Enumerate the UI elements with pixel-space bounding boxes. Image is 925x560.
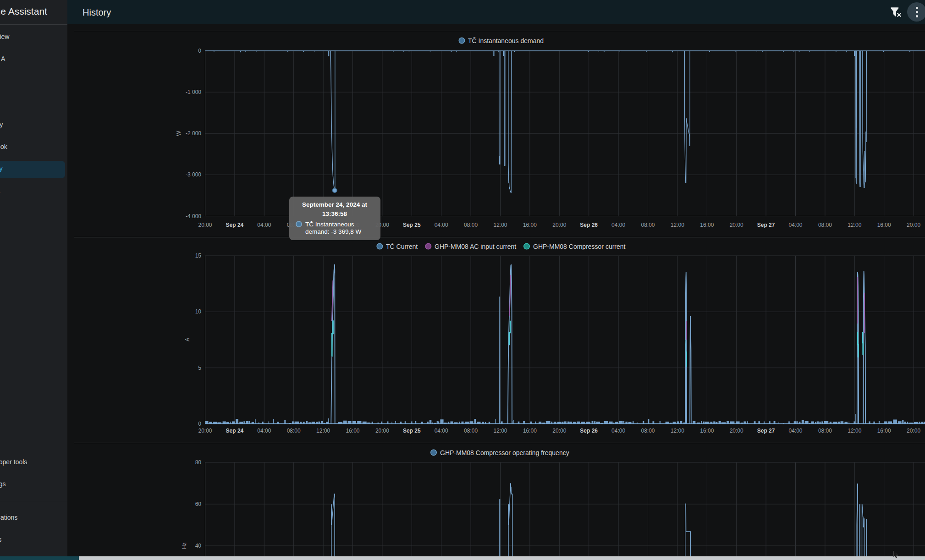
svg-text:04:00: 04:00 [788, 428, 802, 434]
svg-text:04:00: 04:00 [611, 428, 625, 434]
svg-text:A: A [184, 338, 191, 341]
svg-text:Hz: Hz [181, 543, 187, 549]
svg-text:12:00: 12:00 [493, 428, 507, 434]
svg-text:08:00: 08:00 [464, 428, 478, 434]
svg-text:15: 15 [195, 253, 202, 259]
svg-text:-1 000: -1 000 [186, 89, 201, 95]
svg-text:13:36:58: 13:36:58 [322, 210, 347, 217]
svg-text:TČ Instantaneous demand: TČ Instantaneous demand [468, 37, 544, 44]
svg-text:16:00: 16:00 [877, 428, 891, 434]
svg-text:-2 000: -2 000 [186, 130, 201, 137]
svg-text:20:00: 20:00 [907, 222, 920, 228]
svg-text:16:00: 16:00 [346, 428, 359, 434]
svg-text:08:00: 08:00 [641, 222, 655, 228]
svg-text:60: 60 [195, 501, 202, 507]
svg-text:16:00: 16:00 [700, 222, 714, 228]
svg-text:Sep 24: Sep 24 [226, 428, 244, 434]
svg-text:20:00: 20:00 [198, 428, 212, 434]
svg-text:40: 40 [195, 543, 202, 549]
svg-text:20:00: 20:00 [730, 428, 743, 434]
svg-text:20:00: 20:00 [198, 222, 212, 228]
svg-text:-4 000: -4 000 [186, 213, 201, 220]
svg-text:04:00: 04:00 [435, 428, 448, 434]
svg-text:Sep 25: Sep 25 [403, 428, 421, 434]
svg-text:16:00: 16:00 [877, 222, 891, 228]
svg-text:20:00: 20:00 [552, 222, 566, 228]
svg-text:08:00: 08:00 [818, 428, 832, 434]
svg-text:20:00: 20:00 [375, 428, 389, 434]
svg-text:demand: -3 369,8 W: demand: -3 369,8 W [305, 228, 362, 235]
svg-text:GHP-MM08 Compressor current: GHP-MM08 Compressor current [533, 243, 626, 250]
svg-text:20:00: 20:00 [730, 222, 743, 228]
svg-text:GHP-MM08 AC input current: GHP-MM08 AC input current [435, 243, 516, 250]
svg-text:04:00: 04:00 [611, 222, 625, 228]
svg-text:0: 0 [198, 48, 201, 54]
svg-text:12:00: 12:00 [493, 222, 507, 228]
svg-text:12:00: 12:00 [316, 428, 330, 434]
svg-text:04:00: 04:00 [788, 222, 802, 228]
svg-text:12:00: 12:00 [848, 222, 861, 228]
svg-text:5: 5 [198, 365, 201, 371]
svg-text:-3 000: -3 000 [186, 171, 201, 178]
svg-text:20:00: 20:00 [907, 428, 920, 434]
svg-text:September 24, 2024 at: September 24, 2024 at [302, 201, 367, 208]
svg-text:08:00: 08:00 [818, 222, 832, 228]
svg-text:10: 10 [195, 308, 202, 315]
svg-text:Sep 27: Sep 27 [757, 428, 775, 434]
svg-text:Sep 25: Sep 25 [403, 222, 421, 228]
svg-text:20:00: 20:00 [552, 428, 566, 434]
svg-text:08:00: 08:00 [641, 428, 655, 434]
svg-text:0: 0 [198, 421, 201, 427]
svg-text:Sep 26: Sep 26 [580, 222, 598, 228]
svg-text:04:00: 04:00 [435, 222, 448, 228]
svg-text:16:00: 16:00 [523, 428, 537, 434]
svg-text:04:00: 04:00 [257, 222, 271, 228]
svg-text:04:00: 04:00 [257, 428, 271, 434]
svg-text:12:00: 12:00 [671, 428, 684, 434]
svg-text:Sep 27: Sep 27 [757, 222, 775, 228]
svg-text:16:00: 16:00 [523, 222, 537, 228]
svg-text:12:00: 12:00 [848, 428, 861, 434]
svg-text:GHP-MM08 Compressor operating: GHP-MM08 Compressor operating frequency [440, 449, 569, 456]
svg-text:TČ Current: TČ Current [386, 243, 418, 250]
svg-text:TČ Instantaneous: TČ Instantaneous [305, 221, 354, 228]
svg-text:12:00: 12:00 [671, 222, 684, 228]
svg-text:80: 80 [195, 459, 202, 466]
svg-text:08:00: 08:00 [287, 428, 301, 434]
svg-text:Sep 24: Sep 24 [226, 222, 244, 228]
svg-text:08:00: 08:00 [464, 222, 478, 228]
svg-text:Sep 26: Sep 26 [580, 428, 598, 434]
svg-text:W: W [176, 131, 182, 136]
svg-text:16:00: 16:00 [700, 428, 714, 434]
